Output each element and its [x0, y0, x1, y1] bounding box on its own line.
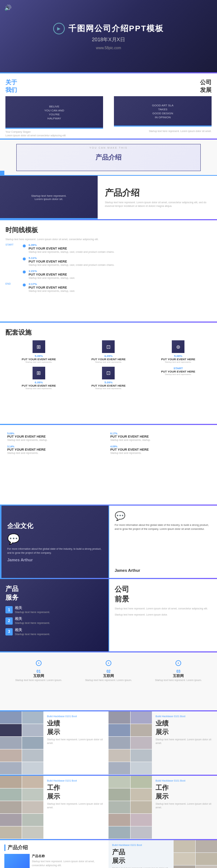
timeline-event-2: PUT YOUR EVENT HERE — [29, 260, 212, 263]
t2-desc-2: Startup text and represents, startup. — [110, 438, 210, 442]
facility-desc-5: Startup text and represents. — [95, 387, 122, 390]
wr-7 — [109, 814, 130, 826]
product-label-small: 产品介绍 — [95, 153, 122, 162]
facility-event-4: PUT YOUR EVENT HERE — [22, 384, 56, 387]
product-content-2: 相关 Startup text here represent. — [15, 616, 50, 625]
timeline-start: START — [5, 243, 20, 246]
prod-intro-content: 产品名称 Startup text here represent. Lorem … — [4, 854, 104, 868]
culture-chat-icon-right: 💬 — [115, 511, 212, 521]
mc-r-5 — [109, 737, 130, 749]
products-title: 产品服务 — [5, 584, 103, 602]
main-title: 千图网公司介绍PPT模板 — [68, 23, 164, 34]
culture-light-person: James Arthur — [115, 568, 212, 573]
t2-date-4: 4.09% — [110, 445, 210, 448]
mc-r-4 — [131, 724, 152, 736]
work-left: Build Hackbase 0101 Boot 工作展示 Startup te… — [0, 776, 109, 839]
item-icon-3: ⊙ — [145, 658, 212, 668]
pd-3 — [174, 853, 195, 865]
timeline-item-4: END 3:17% PUT YOUR EVENT HERE Startup te… — [5, 282, 212, 293]
t2-event-2: PUT YOUR EVENT HERE — [110, 435, 210, 438]
slide-about: 关于我们 BELIVEYOU CAN ANDYOU'REHALFWAY Your… — [0, 73, 217, 139]
culture-dark-panel: 企业文化 💬 For more information about the gl… — [0, 506, 109, 578]
mc-r-1 — [109, 711, 130, 724]
product-num-1: 1 — [5, 606, 13, 613]
about-card-2: GOOD ART SLATAKESGOOD DESIGNIN OPINION — [114, 96, 212, 127]
wl-9 — [0, 826, 22, 839]
facility-event-6: PUT YOUR EVENT HERE — [161, 370, 195, 373]
slide-title: 🔊 ▶ 千图网公司介绍PPT模板 2018年X月X日 www.58pic.com — [0, 0, 217, 72]
mc-9 — [0, 762, 22, 774]
wl-4 — [22, 788, 44, 801]
prospects-light-panel: 公司前景 Startup text here represent. Lorem … — [109, 579, 217, 651]
item-icon-2: ⊙ — [75, 658, 141, 668]
volume-icon: 🔊 — [4, 4, 12, 11]
facilities-title: 配套设施 — [5, 328, 212, 337]
product-desc: Startup text here represent. Lorem ipsum… — [105, 201, 210, 208]
prospects-right: 公司前景 Startup text here represent. Lorem … — [109, 579, 217, 651]
timeline2-item-4: 4.09% PUT YOUR EVENT HERE Startup text a… — [110, 445, 210, 455]
wl-3 — [0, 788, 22, 801]
perf-right-photo-col — [109, 711, 152, 775]
prod-display-content: Build Hackbase 0101 Boot 产品展示 Startup te… — [109, 840, 174, 868]
mc-7 — [0, 749, 22, 762]
product-desc-2: Startup text here represent. — [15, 621, 50, 625]
timeline-date-4: 3:17% — [29, 282, 212, 286]
item-title-2: 互联网 — [75, 673, 141, 678]
wr-6 — [131, 801, 152, 813]
timeline-date-1: 6.09% — [29, 243, 212, 247]
perf-left-build: Build Hackbase 0101 Boot — [47, 715, 105, 718]
facility-event-3: PUT YOUR EVENT HERE — [161, 358, 195, 361]
work-right: Build Hackbase 0101 Boot 工作展示 Startup te… — [109, 776, 217, 839]
slide-culture-pair: 企业文化 💬 For more information about the gl… — [0, 506, 217, 578]
slide-product-big: Startup text here represent.Lorem ipsum … — [0, 176, 217, 219]
facility-desc-6: Startup text and represents. — [165, 373, 192, 376]
about-section: 关于我们 BELIVEYOU CAN ANDYOU'REHALFWAY Your… — [0, 73, 109, 139]
work-left-content: Build Hackbase 0101 Boot 工作展示 Startup te… — [43, 776, 109, 839]
facility-desc-4: Startup text and represents. — [25, 387, 52, 390]
item-num-1: 01 — [5, 669, 72, 673]
prod-text-area: 产品名称 Startup text here represent. Lorem … — [32, 854, 104, 868]
product-content-3: 相关 Startup text here represent. — [15, 627, 50, 636]
wr-4 — [131, 788, 152, 801]
perf-left-panel: Build Hackbase 0101 Boot 业绩展示 Startup te… — [0, 711, 109, 775]
item-col-2: ⊙ 02 互联网 Startup text here represent. Lo… — [75, 658, 141, 682]
title-row: ▶ 千图网公司介绍PPT模板 — [53, 23, 164, 34]
timeline-content-4: 3:17% PUT YOUR EVENT HERE Startup text a… — [29, 282, 212, 293]
mc-r-2 — [131, 711, 152, 724]
timeline-items: START 6.09% PUT YOUR EVENT HERE Startup … — [5, 243, 212, 293]
facility-event-5: PUT YOUR EVENT HERE — [92, 384, 126, 387]
perf-left-photo-col — [0, 711, 43, 775]
perf-right-panel: Build Hackbase 0101 Boot 业绩展示 Startup te… — [109, 711, 217, 775]
timeline-dot-2 — [23, 258, 26, 260]
mc-r-3 — [109, 724, 130, 736]
product-num-2: 2 — [5, 617, 13, 625]
timeline-content-3: 1:21% PUT YOUR EVENT HERE Startup text a… — [29, 269, 212, 280]
culture-chat-icon-left: 💬 — [7, 533, 103, 545]
prod-intro-title-label: 产品介绍 — [4, 844, 104, 851]
work-left-title: 工作展示 — [47, 783, 105, 801]
product-title-2: 相关 — [15, 616, 50, 621]
wl-2 — [22, 776, 44, 788]
facilities-grid: ⊞ 5.09% PUT YOUR EVENT HERE Startup text… — [5, 340, 212, 390]
prod-display-photo-col — [174, 840, 217, 868]
work-left-photo-col — [0, 776, 43, 839]
timeline-desc-2: Startup text and represents, startup, ca… — [29, 263, 212, 267]
facility-1: ⊞ 5.09% PUT YOUR EVENT HERE Startup text… — [5, 340, 72, 364]
work-left-desc: Startup text here represent. Lorem ipsum… — [47, 802, 105, 809]
slide-items-row: ⊙ 01 互联网 Startup text here represent. Lo… — [0, 652, 217, 710]
item-desc-1: Startup text here represent. Lorem ipsum… — [5, 678, 72, 682]
wr-9 — [109, 826, 130, 839]
culture-dark-quote: For more information about the global st… — [7, 547, 103, 555]
product-num-3: 3 — [5, 628, 13, 635]
product-big-label: 产品介绍 — [105, 187, 210, 199]
work-left-build: Build Hackbase 0101 Boot — [47, 779, 105, 782]
facility-6: START PUT YOUR EVENT HERE Startup text a… — [145, 367, 212, 390]
pd-5 — [174, 865, 195, 868]
work-right-photo-col — [109, 776, 152, 839]
timeline-desc-1: Startup text and represents, startup, ca… — [29, 250, 212, 254]
performance-right: Build Hackbase 0101 Boot 业绩展示 Startup te… — [109, 711, 217, 775]
slide-facilities: 配套设施 ⊞ 5.09% PUT YOUR EVENT HERE Startup… — [0, 323, 217, 424]
item-title-3: 互联网 — [145, 673, 212, 678]
timeline-end: END — [5, 282, 20, 285]
perf-right-desc: Startup text here represent. Lorem ipsum… — [156, 738, 213, 745]
